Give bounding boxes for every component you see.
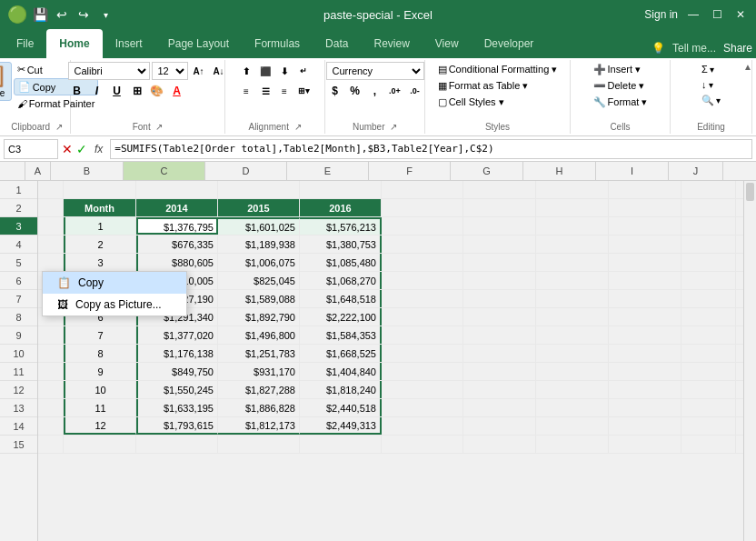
tab-view[interactable]: View bbox=[423, 29, 472, 58]
cell-d13[interactable]: $1,886,828 bbox=[218, 399, 300, 416]
cell-f15[interactable] bbox=[382, 436, 463, 453]
cell-h4[interactable] bbox=[536, 235, 609, 253]
col-header-j[interactable]: J bbox=[669, 162, 723, 180]
cell-g12[interactable] bbox=[463, 381, 536, 398]
col-header-b[interactable]: B bbox=[51, 162, 124, 180]
cell-i4[interactable] bbox=[609, 235, 681, 253]
cell-i1[interactable] bbox=[609, 181, 681, 198]
cell-e3[interactable]: $1,576,213 bbox=[300, 217, 382, 235]
cell-f5[interactable] bbox=[382, 254, 463, 271]
cell-g6[interactable] bbox=[463, 272, 536, 289]
row-num-4[interactable]: 4 bbox=[0, 235, 37, 254]
cell-g10[interactable] bbox=[463, 345, 536, 362]
cell-e2-header[interactable]: 2016 bbox=[300, 199, 382, 216]
row-num-8[interactable]: 8 bbox=[0, 308, 37, 326]
align-bottom-button[interactable]: ⬇ bbox=[275, 62, 293, 80]
cell-f10[interactable] bbox=[382, 345, 463, 362]
row-num-2[interactable]: 2 bbox=[0, 199, 37, 217]
row-num-11[interactable]: 11 bbox=[0, 363, 37, 381]
cell-c10[interactable]: $1,176,138 bbox=[136, 345, 218, 362]
cell-f4[interactable] bbox=[382, 235, 463, 253]
cell-b2-header[interactable]: Month bbox=[64, 199, 136, 216]
fill-button[interactable]: ↓ ▾ bbox=[698, 77, 717, 92]
formula-input[interactable] bbox=[110, 139, 752, 159]
cell-e8[interactable]: $2,222,100 bbox=[300, 308, 382, 326]
find-button[interactable]: 🔍 ▾ bbox=[698, 93, 724, 108]
dollar-button[interactable]: $ bbox=[326, 82, 344, 100]
share-button[interactable]: Share bbox=[723, 42, 752, 55]
number-format-select[interactable]: Currency bbox=[326, 62, 424, 80]
col-header-e[interactable]: E bbox=[287, 162, 369, 180]
cell-j4[interactable] bbox=[681, 235, 736, 253]
delete-button[interactable]: ➖ Delete ▾ bbox=[590, 78, 649, 94]
cell-e5[interactable]: $1,085,480 bbox=[300, 254, 382, 271]
cell-d12[interactable]: $1,827,288 bbox=[218, 381, 300, 398]
insert-button[interactable]: ➕ Insert ▾ bbox=[590, 62, 645, 77]
cell-h8[interactable] bbox=[536, 308, 609, 326]
col-header-d[interactable]: D bbox=[205, 162, 287, 180]
cell-f12[interactable] bbox=[382, 381, 463, 398]
cell-a1[interactable] bbox=[38, 181, 64, 198]
cell-j6[interactable] bbox=[681, 272, 736, 289]
cell-b10[interactable]: 8 bbox=[64, 345, 136, 362]
cell-h13[interactable] bbox=[536, 399, 609, 416]
row-num-9[interactable]: 9 bbox=[0, 326, 37, 345]
restore-button[interactable]: ☐ bbox=[709, 6, 725, 23]
cell-b9[interactable]: 7 bbox=[64, 326, 136, 344]
cancel-formula-icon[interactable]: ✕ bbox=[62, 142, 73, 156]
cell-g5[interactable] bbox=[463, 254, 536, 271]
cell-h3[interactable] bbox=[536, 217, 609, 235]
cell-c9[interactable]: $1,377,020 bbox=[136, 326, 218, 344]
cell-a3[interactable] bbox=[38, 217, 64, 235]
paste-button[interactable]: 📋 Paste bbox=[0, 62, 12, 101]
align-top-button[interactable]: ⬆ bbox=[237, 62, 255, 80]
col-header-a[interactable]: A bbox=[25, 162, 51, 180]
align-center-button[interactable]: ☰ bbox=[256, 82, 274, 100]
cell-c5[interactable]: $880,605 bbox=[136, 254, 218, 271]
cell-e4[interactable]: $1,380,753 bbox=[300, 235, 382, 253]
qat-customize-icon[interactable]: ▾ bbox=[96, 5, 114, 24]
percent-button[interactable]: % bbox=[346, 82, 364, 100]
increase-decimal-button[interactable]: .0+ bbox=[386, 82, 404, 100]
cell-j9[interactable] bbox=[681, 326, 736, 344]
cell-f11[interactable] bbox=[382, 363, 463, 380]
col-header-h[interactable]: H bbox=[523, 162, 596, 180]
font-size-select[interactable]: 12 bbox=[152, 62, 188, 80]
cell-a5[interactable] bbox=[38, 254, 64, 271]
cell-i14[interactable] bbox=[609, 417, 681, 435]
comma-button[interactable]: , bbox=[366, 82, 384, 100]
cell-j5[interactable] bbox=[681, 254, 736, 271]
cell-e6[interactable]: $1,068,270 bbox=[300, 272, 382, 289]
cell-a4[interactable] bbox=[38, 235, 64, 253]
cell-h1[interactable] bbox=[536, 181, 609, 198]
tab-developer[interactable]: Developer bbox=[472, 29, 547, 58]
cell-a2[interactable] bbox=[38, 199, 64, 216]
cell-e13[interactable]: $2,440,518 bbox=[300, 399, 382, 416]
cell-c14[interactable]: $1,793,615 bbox=[136, 417, 218, 435]
cell-h6[interactable] bbox=[536, 272, 609, 289]
cell-i8[interactable] bbox=[609, 308, 681, 326]
cell-d14[interactable]: $1,812,173 bbox=[218, 417, 300, 435]
cell-j8[interactable] bbox=[681, 308, 736, 326]
cell-f14[interactable] bbox=[382, 417, 463, 435]
select-all-button[interactable] bbox=[0, 162, 25, 180]
save-icon[interactable]: 💾 bbox=[31, 5, 49, 24]
cell-g9[interactable] bbox=[463, 326, 536, 344]
merge-button[interactable]: ⊞▾ bbox=[294, 82, 313, 100]
decrease-decimal-button[interactable]: .0- bbox=[406, 82, 424, 100]
scroll-thumb-v[interactable] bbox=[746, 183, 754, 201]
cell-a12[interactable] bbox=[38, 381, 64, 398]
cell-d5[interactable]: $1,006,075 bbox=[218, 254, 300, 271]
tab-home[interactable]: Home bbox=[46, 29, 102, 58]
tab-file[interactable]: File bbox=[4, 29, 46, 58]
cell-b12[interactable]: 10 bbox=[64, 381, 136, 398]
cell-a11[interactable] bbox=[38, 363, 64, 380]
cell-f9[interactable] bbox=[382, 326, 463, 344]
cell-d1[interactable] bbox=[218, 181, 300, 198]
cell-d4[interactable]: $1,189,938 bbox=[218, 235, 300, 253]
row-num-1[interactable]: 1 bbox=[0, 181, 37, 199]
cell-d6[interactable]: $825,045 bbox=[218, 272, 300, 289]
cell-c11[interactable]: $849,750 bbox=[136, 363, 218, 380]
cell-i3[interactable] bbox=[609, 217, 681, 235]
font-name-select[interactable]: Calibri bbox=[68, 62, 150, 80]
